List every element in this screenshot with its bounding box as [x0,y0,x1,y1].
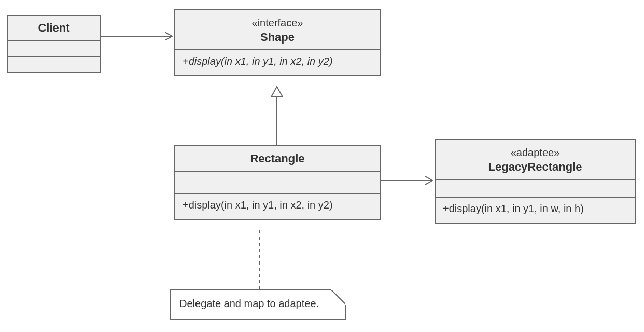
interface-shape-title: «interface» Shape [175,10,380,50]
uml-note-text: Delegate and map to adaptee. [179,298,319,309]
class-rectangle-name: Rectangle [250,152,304,165]
interface-shape: «interface» Shape +display(in x1, in y1,… [174,9,381,76]
class-legacy-name: LegacyRectangle [488,160,582,173]
class-legacy-stereotype: «adaptee» [511,147,560,158]
class-legacy-attrs [436,180,635,198]
note-corner-mask-right [345,289,346,305]
interface-shape-ops: +display(in x1, in y1, in x2, in y2) [175,50,380,75]
class-rectangle-title: Rectangle [175,146,380,172]
class-legacy-ops: +display(in x1, in y1, in w, in h) [436,198,635,223]
class-rectangle-attrs [175,172,380,194]
uml-note: Delegate and map to adaptee. [170,289,346,320]
class-rectangle-ops: +display(in x1, in y1, in x2, in y2) [175,194,380,219]
class-client-attrs [8,42,100,57]
note-corner-mask-top [331,289,346,290]
interface-shape-stereotype: «interface» [252,17,303,29]
diagram-canvas: Client «interface» Shape +display(in x1,… [0,0,644,332]
class-client: Client [7,15,101,73]
class-rectangle: Rectangle +display(in x1, in y1, in x2, … [174,145,381,220]
class-legacy-rectangle: «adaptee» LegacyRectangle +display(in x1… [435,139,636,224]
interface-shape-name: Shape [260,31,295,44]
note-fold-icon [331,289,346,305]
class-client-title: Client [8,16,100,42]
class-client-ops [8,57,100,72]
class-legacy-title: «adaptee» LegacyRectangle [436,140,635,180]
class-client-name: Client [38,21,69,34]
